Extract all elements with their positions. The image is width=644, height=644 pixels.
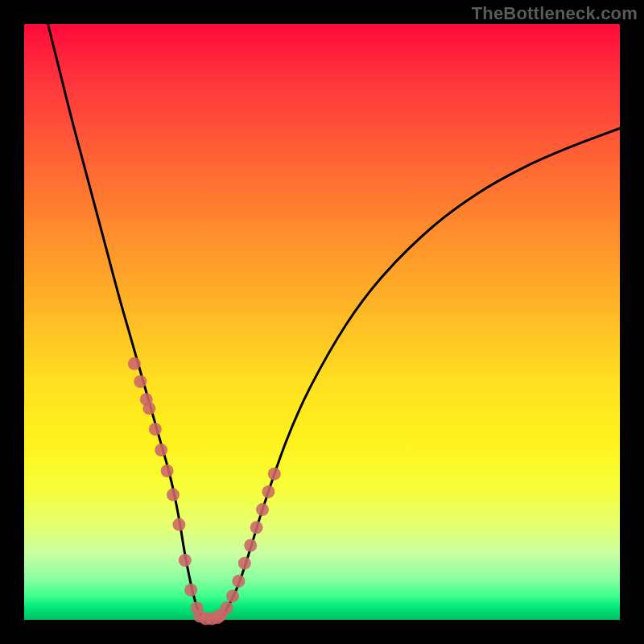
data-point xyxy=(238,557,251,570)
data-point xyxy=(226,589,239,602)
data-point xyxy=(149,423,162,436)
data-point xyxy=(184,584,197,597)
chart-frame: TheBottleneck.com xyxy=(0,0,644,644)
data-point xyxy=(268,468,281,481)
data-point xyxy=(244,539,257,552)
data-point xyxy=(179,554,192,567)
data-point xyxy=(134,375,147,388)
data-point xyxy=(232,575,245,588)
data-point xyxy=(250,521,263,534)
data-point xyxy=(161,464,174,477)
bottleneck-curve xyxy=(48,24,620,620)
marker-layer xyxy=(128,357,281,625)
data-point xyxy=(172,518,185,531)
chart-svg xyxy=(24,24,620,620)
data-point xyxy=(256,503,269,516)
data-point xyxy=(214,609,227,621)
curve-layer xyxy=(48,24,620,620)
data-point xyxy=(167,489,180,502)
data-point xyxy=(128,357,141,370)
data-point xyxy=(155,444,167,456)
data-point xyxy=(142,402,155,415)
watermark-label: TheBottleneck.com xyxy=(472,3,638,24)
data-point xyxy=(262,485,275,498)
plot-area xyxy=(24,24,620,620)
